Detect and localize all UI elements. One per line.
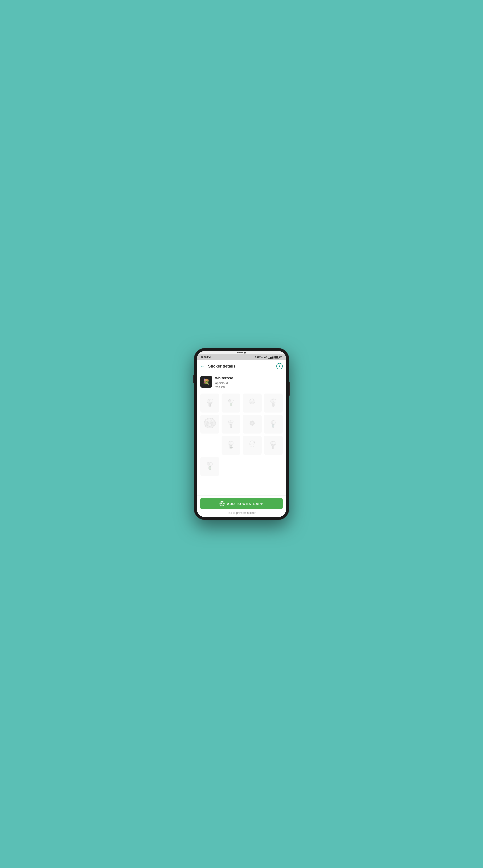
sticker-item[interactable] [243,436,262,455]
battery-icon [274,356,279,359]
pack-author: appicloud [215,381,233,385]
svg-point-45 [228,441,231,444]
app-screen: ← Sticker details i 💐 whiterose appiclou… [197,360,286,517]
phone-frame: 12:08 PM 1.4KB/s 4G ▂▄▆ 85 ← Sticker det… [194,348,289,520]
network-speed: 1.4KB/s [255,356,263,359]
sticker-item[interactable] [264,394,283,412]
back-button[interactable]: ← [200,364,205,369]
bottom-area: ADD TO WHATSAPP Tap to preview sticker [197,495,286,517]
sticker-svg-9: rose [225,440,236,451]
sticker-svg-4 [267,397,279,409]
sticker-item[interactable] [243,415,262,434]
camera [244,352,246,353]
sticker-svg-2 [225,397,236,409]
svg-text:rose: rose [231,447,233,448]
sticker-svg-10 [247,440,258,451]
svg-point-17 [273,399,276,402]
pack-icon: 💐 [200,376,212,388]
notch [197,351,286,354]
svg-point-27 [208,423,211,427]
sticker-svg-8 [267,418,279,430]
preview-text: Tap to preview sticker [200,511,283,515]
svg-point-29 [209,418,210,420]
sticker-svg-1 [204,397,216,409]
sticker-svg-7 [247,418,258,430]
svg-rect-18 [272,403,274,406]
phone-screen: 12:08 PM 1.4KB/s 4G ▂▄▆ 85 ← Sticker det… [197,351,286,517]
pack-name: whiterose [215,376,233,380]
svg-point-30 [212,420,214,421]
svg-point-55 [273,441,276,444]
signal-type: 4G [264,356,267,359]
sticker-item[interactable] [222,415,240,434]
info-button[interactable]: i [276,363,283,369]
signal-bars: ▂▄▆ [268,356,274,359]
svg-rect-34 [230,425,232,428]
svg-point-39 [251,422,253,424]
speaker [237,352,243,353]
top-bar: ← Sticker details i [197,360,286,372]
status-bar: 12:08 PM 1.4KB/s 4G ▂▄▆ 85 [197,354,286,360]
svg-point-16 [270,399,273,402]
svg-rect-10 [230,403,232,406]
svg-point-52 [251,440,254,443]
sticker-item[interactable] [264,415,283,434]
svg-rect-60 [209,466,211,470]
sticker-grid: rose [200,394,283,476]
add-button-label: ADD TO WHATSAPP [227,502,263,506]
status-icons: 1.4KB/s 4G ▂▄▆ 85 [255,356,282,359]
pack-size: 254 KB [215,385,233,389]
battery-level: 85 [280,356,282,359]
pack-header: 💐 whiterose appicloud 254 KB [200,376,283,389]
svg-rect-43 [272,425,274,428]
status-time: 12:08 PM [201,356,210,359]
sticker-item[interactable] [200,457,219,476]
svg-point-46 [231,441,234,444]
svg-point-2 [209,399,213,402]
svg-point-59 [209,463,212,465]
sticker-item[interactable] [264,436,283,455]
svg-point-14 [251,399,254,401]
sticker-item[interactable]: rose [222,436,240,455]
page-title: Sticker details [208,364,276,369]
svg-point-58 [207,463,209,465]
sticker-svg-5 [202,416,218,432]
sticker-svg-6 [225,418,236,430]
pack-info: whiterose appicloud 254 KB [215,376,233,389]
add-to-whatsapp-button[interactable]: ADD TO WHATSAPP [200,498,283,509]
svg-point-9 [231,399,234,402]
sticker-svg-12 [204,461,216,472]
svg-rect-56 [272,445,274,449]
sticker-item[interactable] [200,394,219,412]
sticker-svg-3 [247,397,258,409]
sticker-item[interactable] [243,394,262,412]
whatsapp-icon [220,501,225,506]
sticker-svg-11 [267,440,279,451]
svg-point-28 [206,420,208,421]
svg-point-1 [207,400,209,403]
content-area: 💐 whiterose appicloud 254 KB [197,372,286,495]
sticker-item-large[interactable] [200,415,219,434]
svg-point-42 [273,421,276,423]
svg-point-33 [231,420,233,423]
sticker-item[interactable] [222,394,240,412]
